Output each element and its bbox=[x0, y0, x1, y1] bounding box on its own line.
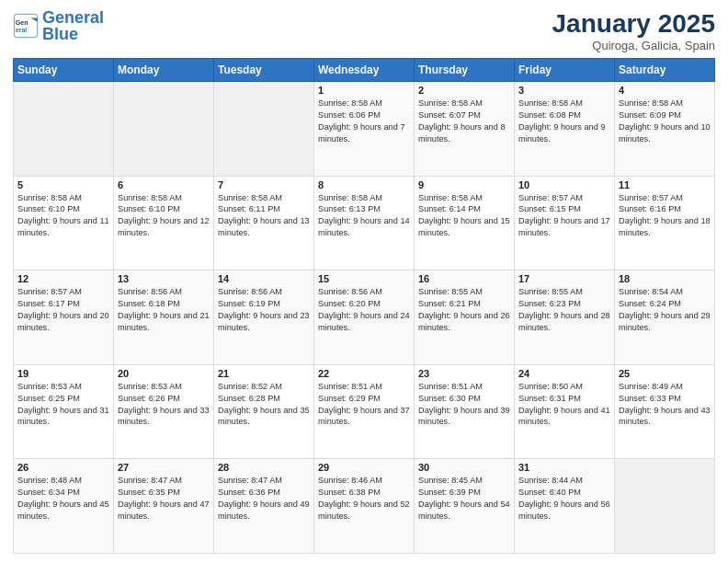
day-number: 11 bbox=[619, 179, 711, 190]
calendar-cell-2-1: 13Sunrise: 8:56 AM Sunset: 6:18 PM Dayli… bbox=[114, 270, 214, 365]
day-number: 8 bbox=[318, 179, 410, 190]
day-number: 17 bbox=[518, 273, 610, 284]
calendar-cell-1-4: 9Sunrise: 8:58 AM Sunset: 6:14 PM Daylig… bbox=[415, 176, 515, 270]
day-number: 28 bbox=[218, 462, 310, 473]
day-number: 13 bbox=[118, 273, 210, 284]
cell-content: Sunrise: 8:50 AM Sunset: 6:31 PM Dayligh… bbox=[518, 381, 610, 429]
calendar-cell-4-0: 26Sunrise: 8:48 AM Sunset: 6:34 PM Dayli… bbox=[14, 459, 114, 554]
cell-content: Sunrise: 8:58 AM Sunset: 6:10 PM Dayligh… bbox=[17, 192, 109, 240]
calendar-cell-2-5: 17Sunrise: 8:55 AM Sunset: 6:23 PM Dayli… bbox=[515, 270, 615, 365]
logo-general: General bbox=[42, 8, 104, 27]
day-number: 5 bbox=[17, 179, 109, 190]
day-number: 25 bbox=[619, 368, 711, 379]
cell-content: Sunrise: 8:44 AM Sunset: 6:40 PM Dayligh… bbox=[518, 475, 610, 523]
week-row-3: 19Sunrise: 8:53 AM Sunset: 6:25 PM Dayli… bbox=[14, 364, 715, 459]
week-row-2: 12Sunrise: 8:57 AM Sunset: 6:17 PM Dayli… bbox=[14, 270, 715, 365]
logo-icon: Gen eral bbox=[13, 13, 39, 39]
calendar-cell-3-5: 24Sunrise: 8:50 AM Sunset: 6:31 PM Dayli… bbox=[515, 364, 615, 459]
day-number: 19 bbox=[17, 368, 109, 379]
cell-content: Sunrise: 8:58 AM Sunset: 6:09 PM Dayligh… bbox=[619, 98, 711, 145]
day-number: 31 bbox=[518, 462, 610, 473]
calendar-cell-0-0 bbox=[14, 82, 114, 177]
cell-content: Sunrise: 8:57 AM Sunset: 6:17 PM Dayligh… bbox=[17, 286, 109, 334]
cell-content: Sunrise: 8:55 AM Sunset: 6:23 PM Dayligh… bbox=[518, 286, 610, 334]
calendar-cell-1-6: 11Sunrise: 8:57 AM Sunset: 6:16 PM Dayli… bbox=[615, 176, 715, 270]
cell-content: Sunrise: 8:56 AM Sunset: 6:19 PM Dayligh… bbox=[218, 286, 310, 334]
cell-content: Sunrise: 8:58 AM Sunset: 6:13 PM Dayligh… bbox=[318, 192, 410, 240]
title-area: January 2025 Quiroga, Galicia, Spain bbox=[552, 9, 715, 52]
cell-content: Sunrise: 8:54 AM Sunset: 6:24 PM Dayligh… bbox=[619, 286, 711, 334]
calendar-cell-2-0: 12Sunrise: 8:57 AM Sunset: 6:17 PM Dayli… bbox=[14, 270, 114, 365]
logo-blue: Blue bbox=[42, 25, 78, 43]
day-number: 9 bbox=[418, 179, 510, 190]
calendar-cell-4-5: 31Sunrise: 8:44 AM Sunset: 6:40 PM Dayli… bbox=[515, 459, 615, 554]
logo-text: General Blue bbox=[42, 9, 104, 42]
calendar: SundayMondayTuesdayWednesdayThursdayFrid… bbox=[13, 58, 715, 554]
day-number: 29 bbox=[318, 462, 410, 473]
cell-content: Sunrise: 8:47 AM Sunset: 6:36 PM Dayligh… bbox=[218, 475, 310, 523]
day-number: 26 bbox=[17, 462, 109, 473]
calendar-cell-4-1: 27Sunrise: 8:47 AM Sunset: 6:35 PM Dayli… bbox=[114, 459, 214, 554]
page: Gen eral General Blue January 2025 Quiro… bbox=[0, 0, 728, 563]
cell-content: Sunrise: 8:57 AM Sunset: 6:16 PM Dayligh… bbox=[619, 192, 711, 240]
weekday-monday: Monday bbox=[114, 59, 214, 82]
cell-content: Sunrise: 8:56 AM Sunset: 6:18 PM Dayligh… bbox=[118, 286, 210, 334]
cell-content: Sunrise: 8:53 AM Sunset: 6:26 PM Dayligh… bbox=[118, 381, 210, 429]
month-title: January 2025 bbox=[552, 9, 715, 39]
logo: Gen eral General Blue bbox=[13, 9, 104, 42]
calendar-cell-3-4: 23Sunrise: 8:51 AM Sunset: 6:30 PM Dayli… bbox=[415, 364, 515, 459]
week-row-1: 5Sunrise: 8:58 AM Sunset: 6:10 PM Daylig… bbox=[14, 176, 715, 270]
day-number: 3 bbox=[518, 85, 610, 96]
calendar-cell-3-0: 19Sunrise: 8:53 AM Sunset: 6:25 PM Dayli… bbox=[14, 364, 114, 459]
calendar-cell-0-2 bbox=[214, 82, 314, 177]
day-number: 15 bbox=[318, 273, 410, 284]
weekday-friday: Friday bbox=[515, 59, 615, 82]
calendar-cell-3-1: 20Sunrise: 8:53 AM Sunset: 6:26 PM Dayli… bbox=[114, 364, 214, 459]
weekday-header-row: SundayMondayTuesdayWednesdayThursdayFrid… bbox=[14, 59, 715, 82]
calendar-cell-3-3: 22Sunrise: 8:51 AM Sunset: 6:29 PM Dayli… bbox=[314, 364, 415, 459]
weekday-saturday: Saturday bbox=[615, 59, 715, 82]
day-number: 18 bbox=[619, 273, 711, 284]
day-number: 24 bbox=[518, 368, 610, 379]
day-number: 10 bbox=[518, 179, 610, 190]
day-number: 16 bbox=[418, 273, 510, 284]
day-number: 1 bbox=[318, 85, 410, 96]
svg-text:Gen: Gen bbox=[16, 19, 28, 26]
svg-rect-0 bbox=[14, 14, 37, 37]
calendar-cell-0-5: 3Sunrise: 8:58 AM Sunset: 6:08 PM Daylig… bbox=[515, 82, 615, 177]
calendar-cell-2-6: 18Sunrise: 8:54 AM Sunset: 6:24 PM Dayli… bbox=[615, 270, 715, 365]
cell-content: Sunrise: 8:58 AM Sunset: 6:10 PM Dayligh… bbox=[118, 192, 210, 240]
cell-content: Sunrise: 8:56 AM Sunset: 6:20 PM Dayligh… bbox=[318, 286, 410, 334]
weekday-thursday: Thursday bbox=[415, 59, 515, 82]
cell-content: Sunrise: 8:51 AM Sunset: 6:29 PM Dayligh… bbox=[318, 381, 410, 429]
calendar-cell-0-6: 4Sunrise: 8:58 AM Sunset: 6:09 PM Daylig… bbox=[615, 82, 715, 177]
day-number: 12 bbox=[17, 273, 109, 284]
calendar-cell-2-4: 16Sunrise: 8:55 AM Sunset: 6:21 PM Dayli… bbox=[415, 270, 515, 365]
day-number: 21 bbox=[218, 368, 310, 379]
day-number: 30 bbox=[418, 462, 510, 473]
cell-content: Sunrise: 8:55 AM Sunset: 6:21 PM Dayligh… bbox=[418, 286, 510, 334]
day-number: 22 bbox=[318, 368, 410, 379]
calendar-cell-2-2: 14Sunrise: 8:56 AM Sunset: 6:19 PM Dayli… bbox=[214, 270, 314, 365]
cell-content: Sunrise: 8:58 AM Sunset: 6:11 PM Dayligh… bbox=[218, 192, 310, 240]
calendar-cell-1-3: 8Sunrise: 8:58 AM Sunset: 6:13 PM Daylig… bbox=[314, 176, 415, 270]
calendar-cell-4-2: 28Sunrise: 8:47 AM Sunset: 6:36 PM Dayli… bbox=[214, 459, 314, 554]
day-number: 7 bbox=[218, 179, 310, 190]
calendar-cell-4-4: 30Sunrise: 8:45 AM Sunset: 6:39 PM Dayli… bbox=[415, 459, 515, 554]
day-number: 14 bbox=[218, 273, 310, 284]
cell-content: Sunrise: 8:58 AM Sunset: 6:07 PM Dayligh… bbox=[418, 98, 510, 145]
calendar-cell-3-2: 21Sunrise: 8:52 AM Sunset: 6:28 PM Dayli… bbox=[214, 364, 314, 459]
calendar-cell-0-1 bbox=[114, 82, 214, 177]
svg-text:eral: eral bbox=[16, 27, 28, 33]
header: Gen eral General Blue January 2025 Quiro… bbox=[13, 9, 715, 52]
cell-content: Sunrise: 8:48 AM Sunset: 6:34 PM Dayligh… bbox=[17, 475, 109, 523]
calendar-cell-2-3: 15Sunrise: 8:56 AM Sunset: 6:20 PM Dayli… bbox=[314, 270, 415, 365]
day-number: 20 bbox=[118, 368, 210, 379]
cell-content: Sunrise: 8:45 AM Sunset: 6:39 PM Dayligh… bbox=[418, 475, 510, 523]
calendar-cell-1-5: 10Sunrise: 8:57 AM Sunset: 6:15 PM Dayli… bbox=[515, 176, 615, 270]
cell-content: Sunrise: 8:53 AM Sunset: 6:25 PM Dayligh… bbox=[17, 381, 109, 429]
day-number: 2 bbox=[418, 85, 510, 96]
cell-content: Sunrise: 8:49 AM Sunset: 6:33 PM Dayligh… bbox=[619, 381, 711, 429]
location: Quiroga, Galicia, Spain bbox=[552, 39, 715, 52]
cell-content: Sunrise: 8:58 AM Sunset: 6:14 PM Dayligh… bbox=[418, 192, 510, 240]
